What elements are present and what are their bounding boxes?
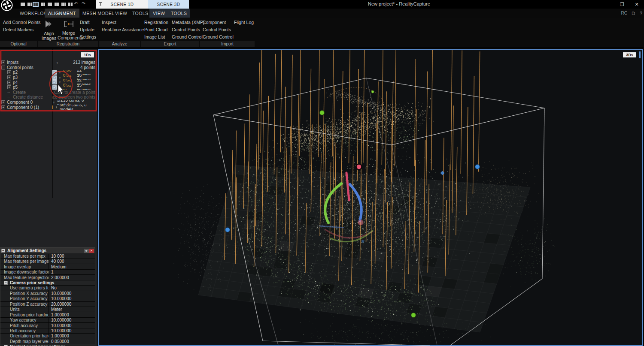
minimize-button[interactable]: –: [600, 0, 615, 9]
pin-icon[interactable]: [99, 2, 102, 6]
setting-value[interactable]: 0.050000: [49, 339, 95, 344]
ribbon-item-import-component[interactable]: Component: [203, 20, 226, 25]
expand-icon[interactable]: +: [7, 81, 11, 84]
setting-value[interactable]: Meter: [49, 307, 95, 312]
ribbon-item-update[interactable]: Update: [80, 27, 94, 32]
redo-icon[interactable]: ↷: [82, 1, 85, 6]
settings-row-roll-accuracy[interactable]: Roll accuracy10.000000: [0, 328, 95, 334]
tree-row-control-points[interactable]: -Control points4 points: [0, 65, 97, 70]
tree-row-p3[interactable]: +p3✓♀0.02 m16 images: [0, 75, 97, 80]
tree-row-component-0[interactable]: +Component 0♀3/213 cams, 0 models: [0, 100, 97, 105]
tab-scene-3d[interactable]: SCENE 3D: [148, 0, 189, 9]
setting-value[interactable]: 10.000000: [49, 328, 95, 333]
settings-row-depth-map-layer-weight[interactable]: Depth map layer weight0.050000: [0, 339, 95, 344]
tree-row-inputs[interactable]: +Inputs♀213 images: [0, 60, 97, 65]
layout-preset-icon[interactable]: [54, 2, 60, 7]
tree-row-p4[interactable]: +p4✓♀0.00 m12 images: [0, 80, 97, 85]
layout-preset-icon[interactable]: [40, 2, 46, 7]
settings-row-image-overlap[interactable]: Image overlapMedium: [0, 264, 95, 269]
ribbon-item-export-image-list[interactable]: Image List: [144, 34, 165, 39]
settings-row-image-downscale-factor[interactable]: Image downscale factor1: [0, 270, 95, 275]
layout-preset-icon[interactable]: [61, 2, 67, 7]
settings-section-control-point-prior-settings[interactable]: −Control point prior settings: [0, 344, 95, 346]
tab-alignment[interactable]: ALIGNMENT: [45, 9, 79, 18]
settings-row-position-x-accuracy[interactable]: Position X accuracy10.000000: [0, 291, 95, 296]
merge-components-button[interactable]: MergeComponents: [58, 19, 80, 40]
tab-scene-view[interactable]: VIEW: [149, 9, 168, 18]
close-button[interactable]: ✕: [629, 0, 644, 9]
visibility-checkbox[interactable]: ✓: [52, 85, 57, 90]
layout-preset-icon[interactable]: [20, 2, 26, 7]
tree-row-create-distance[interactable]: ╌Create distanceClick to create a distan…: [0, 95, 97, 100]
setting-value[interactable]: 1: [49, 270, 95, 274]
expand-icon[interactable]: +: [7, 85, 11, 89]
settings-row-units[interactable]: UnitsMeter: [0, 307, 95, 312]
tree-row-create[interactable]: ╌CreateClick to create a point: [0, 90, 97, 95]
settings-row-pitch-accuracy[interactable]: Pitch accuracy10.000000: [0, 323, 95, 328]
ribbon-item-export-metadata-xmp[interactable]: Metadata (XMP): [172, 20, 204, 25]
ribbon-item-detect-markers[interactable]: Detect Markers: [3, 27, 33, 32]
undo-icon[interactable]: ↶: [74, 1, 78, 6]
settings-row-max-features-per-mpx[interactable]: Max features per mpx10 000: [0, 254, 95, 259]
expand-icon[interactable]: +: [7, 75, 11, 79]
settings-row-max-feature-reprojection[interactable]: Max feature reprojection ...2.000000: [0, 275, 95, 280]
setting-value[interactable]: 10.000000: [49, 296, 95, 301]
setting-value[interactable]: Medium: [49, 264, 95, 269]
ribbon-item-export-ground-control[interactable]: Ground Control: [172, 34, 203, 39]
setting-value[interactable]: 1.000000: [49, 334, 95, 338]
tree-row-component-0-1[interactable]: +Component 0 (1)♀3/213 cams, 0 models: [0, 105, 97, 110]
restore-button[interactable]: ❐: [615, 0, 629, 9]
alignment-settings-header[interactable]: − Alignment Settings ◂▸ ✕: [0, 248, 95, 253]
ribbon-item-inspect[interactable]: Inspect: [102, 20, 116, 25]
ribbon-item-import-control-points[interactable]: Control Points: [203, 27, 231, 32]
expand-icon[interactable]: +: [1, 105, 5, 109]
setting-value[interactable]: 20.000000: [49, 302, 95, 307]
ribbon-item-import-ground-control[interactable]: Ground Control: [203, 34, 234, 39]
viewport-3d[interactable]: 3Ds: [98, 49, 643, 346]
collapse-icon[interactable]: −: [4, 281, 8, 285]
visibility-checkbox[interactable]: ✓: [52, 80, 57, 84]
setting-value[interactable]: 1.000000: [49, 312, 95, 317]
visibility-checkbox[interactable]: ✓: [52, 75, 57, 80]
setting-value[interactable]: 10.000000: [49, 318, 95, 322]
visibility-checkbox[interactable]: ✓: [52, 70, 57, 75]
tab-view[interactable]: VIEW: [112, 9, 131, 18]
dock-icon[interactable]: ◂▸: [84, 249, 89, 253]
view-label-1ds[interactable]: 1Ds: [81, 52, 94, 57]
point-cloud-canvas[interactable]: [99, 50, 642, 345]
expand-icon[interactable]: +: [7, 70, 11, 74]
ribbon-item-export-point-cloud[interactable]: Point Cloud: [144, 27, 167, 32]
ribbon-item-export-control-points[interactable]: Control Points: [172, 27, 200, 32]
setting-value[interactable]: 10.000000: [49, 291, 95, 296]
tree-row-p2[interactable]: +p2✓♀0.00 m22 images: [0, 70, 97, 75]
collapse-icon[interactable]: -: [1, 66, 5, 69]
tab-scene-1d[interactable]: SCENE 1D: [96, 0, 148, 9]
layout-preset-icon[interactable]: [47, 2, 53, 7]
ribbon-item-add-control-points[interactable]: Add Control Points: [3, 20, 41, 25]
settings-row-max-features-per-image[interactable]: Max features per image40 000: [0, 259, 95, 264]
expand-icon[interactable]: +: [1, 100, 5, 104]
setting-value[interactable]: 2.000000: [49, 275, 95, 280]
layout-preset-icon[interactable]: [27, 2, 33, 7]
ribbon-item-real-time-assistance[interactable]: Real-time Assistance: [102, 27, 144, 32]
align-images-button[interactable]: AlignImages: [41, 19, 57, 41]
close-settings-icon[interactable]: ✕: [89, 249, 94, 253]
ribbon-item-import-flight-log[interactable]: Flight Log: [234, 20, 254, 25]
setting-value[interactable]: 10.000000: [49, 323, 95, 328]
settings-row-position-y-accuracy[interactable]: Position Y accuracy10.000000: [0, 296, 95, 301]
layout-preset-icon[interactable]: [33, 2, 39, 7]
tab-tools[interactable]: TOOLS: [129, 9, 152, 18]
collapse-icon[interactable]: −: [1, 249, 5, 253]
settings-row-use-camera-priors-for[interactable]: Use camera priors for ...No: [0, 286, 95, 291]
tree-row-p5[interactable]: +p5✓♀0.02 m15 images: [0, 85, 97, 90]
expand-icon[interactable]: +: [1, 60, 5, 64]
ribbon-item-settings[interactable]: Settings: [80, 34, 96, 39]
ribbon-item-export-registration[interactable]: Registration: [144, 20, 168, 25]
setting-value[interactable]: 40 000: [49, 259, 95, 264]
settings-row-yaw-accuracy[interactable]: Yaw accuracy10.000000: [0, 318, 95, 323]
layout-preset-icon[interactable]: [67, 2, 73, 7]
settings-row-orientation-prior-hard[interactable]: Orientation prior hard...1.000000: [0, 334, 95, 339]
settings-section-camera-prior-settings[interactable]: −Camera prior settings: [0, 280, 95, 286]
help-icon[interactable]: ?: [640, 11, 642, 16]
view-label-3ds[interactable]: 3Ds: [623, 52, 636, 57]
